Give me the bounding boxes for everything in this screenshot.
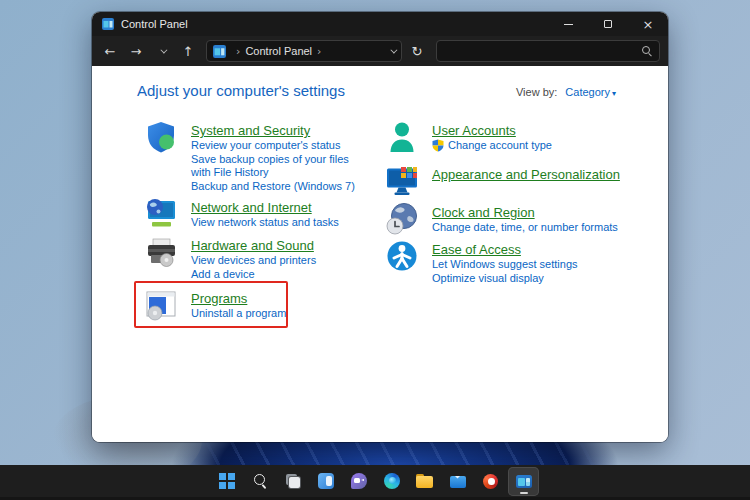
category-hardware-sound: Hardware and Sound View devices and prin… [144, 235, 316, 281]
control-panel-content: Adjust your computer's settings View by:… [92, 66, 668, 442]
category-title[interactable]: Clock and Region [432, 205, 535, 220]
chevron-down-icon [160, 46, 167, 53]
shield-icon [144, 120, 178, 154]
category-link[interactable]: Review your computer's status [191, 139, 371, 152]
edge-browser-icon [384, 473, 400, 489]
category-title[interactable]: System and Security [191, 123, 310, 138]
back-button[interactable]: ← [98, 40, 122, 62]
category-link[interactable]: Backup and Restore (Windows 7) [191, 180, 371, 193]
page-title: Adjust your computer's settings [137, 82, 345, 99]
category-title[interactable]: Appearance and Personalization [432, 167, 620, 182]
edge-button[interactable] [376, 467, 407, 496]
breadcrumb-separator[interactable]: › [317, 45, 321, 58]
category-user-accounts: User Accounts [385, 120, 552, 154]
category-link[interactable]: View devices and printers [191, 254, 316, 267]
close-icon: × [643, 18, 654, 31]
view-by-control: View by: Category▾ [516, 86, 616, 98]
mail-icon [450, 476, 466, 488]
minimize-button[interactable] [548, 12, 588, 36]
titlebar: Control Panel × [92, 12, 668, 36]
category-link[interactable]: Save backup copies of your files with Fi… [191, 153, 371, 179]
task-view-icon [285, 473, 301, 489]
address-bar[interactable]: › Control Panel › [206, 40, 402, 62]
category-link[interactable]: Let Windows suggest settings [432, 258, 578, 271]
category-programs: Programs Uninstall a program [144, 288, 286, 322]
view-by-dropdown[interactable]: Category▾ [565, 86, 616, 98]
category-title[interactable]: Programs [191, 291, 247, 306]
maximize-button[interactable] [588, 12, 628, 36]
control-panel-window: Control Panel × ← → ↑ › Control Panel › [92, 12, 668, 442]
category-link[interactable]: Change account type [448, 139, 552, 152]
category-link[interactable]: View network status and tasks [191, 216, 339, 229]
category-clock-region: Clock and Region Change date, time, or n… [385, 202, 618, 236]
control-panel-icon [516, 475, 532, 488]
category-link-uninstall-a-program[interactable]: Uninstall a program [191, 307, 286, 320]
network-globe-icon [144, 197, 178, 231]
start-button[interactable] [211, 467, 242, 496]
mail-button[interactable] [442, 467, 473, 496]
category-title[interactable]: Network and Internet [191, 200, 312, 215]
taskbar-search-button[interactable] [244, 467, 275, 496]
search-input[interactable] [444, 45, 642, 57]
user-icon [385, 120, 419, 154]
breadcrumb-separator: › [236, 45, 240, 58]
control-panel-icon [102, 18, 114, 30]
widgets-icon [318, 473, 334, 489]
minimize-icon [564, 24, 573, 25]
up-button[interactable]: ↑ [176, 40, 200, 62]
category-title[interactable]: Ease of Access [432, 242, 521, 257]
view-by-label: View by: [516, 86, 557, 98]
folder-icon [416, 476, 433, 489]
category-link[interactable]: Change date, time, or number formats [432, 221, 618, 234]
file-explorer-button[interactable] [409, 467, 440, 496]
maximize-icon [604, 20, 612, 28]
refresh-button[interactable]: ↻ [406, 40, 428, 62]
chat-button[interactable] [343, 467, 374, 496]
caret-down-icon: ▾ [612, 89, 616, 98]
close-button[interactable]: × [628, 12, 668, 36]
category-link[interactable]: Add a device [191, 268, 316, 281]
category-appearance-personalization: Appearance and Personalization [385, 164, 620, 198]
search-icon [642, 46, 652, 56]
search-box[interactable] [436, 40, 660, 62]
office-icon [483, 474, 498, 489]
forward-button[interactable]: → [124, 40, 148, 62]
category-ease-of-access: Ease of Access Let Windows suggest setti… [385, 239, 578, 285]
desktop: Control Panel × ← → ↑ › Control Panel › [0, 0, 750, 500]
navigation-toolbar: ← → ↑ › Control Panel › ↻ [92, 36, 668, 66]
control-panel-icon [213, 45, 226, 58]
programs-icon [144, 288, 178, 322]
view-by-value: Category [565, 86, 610, 98]
chat-icon [351, 473, 367, 489]
windows-start-icon [219, 473, 235, 489]
breadcrumb-location[interactable]: Control Panel [245, 45, 312, 57]
task-view-button[interactable] [277, 467, 308, 496]
category-link[interactable]: Optimize visual display [432, 272, 578, 285]
category-network-internet: Network and Internet View network status… [144, 197, 339, 231]
category-title[interactable]: Hardware and Sound [191, 238, 314, 253]
search-icon [252, 473, 268, 489]
office-button[interactable] [475, 467, 506, 496]
globe-clock-icon [385, 202, 419, 236]
printer-icon [144, 235, 178, 269]
accessibility-icon [385, 239, 419, 273]
window-title: Control Panel [121, 18, 188, 30]
widgets-button[interactable] [310, 467, 341, 496]
recent-locations-button[interactable] [150, 40, 174, 62]
category-system-security: System and Security Review your computer… [144, 120, 371, 193]
taskbar [0, 465, 750, 500]
address-dropdown-icon[interactable] [390, 46, 397, 53]
control-panel-taskbar-button[interactable] [508, 467, 539, 496]
uac-shield-icon [432, 139, 444, 152]
category-title[interactable]: User Accounts [432, 123, 516, 138]
appearance-monitor-icon [385, 164, 419, 198]
